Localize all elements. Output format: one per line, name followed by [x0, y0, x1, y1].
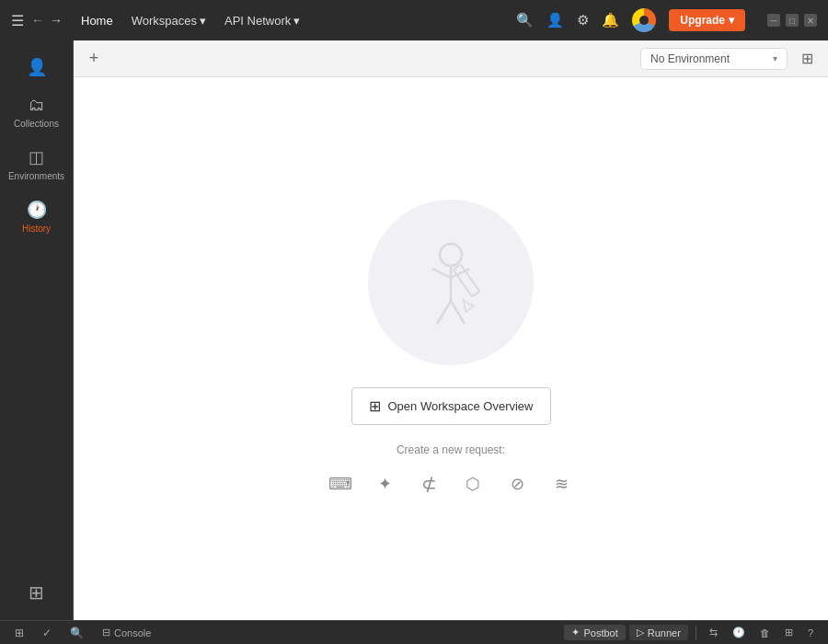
grid-view-button[interactable]: ⊞ — [793, 45, 821, 73]
status-grid[interactable]: ⊞ — [779, 625, 799, 640]
postman-logo-inner — [639, 16, 649, 25]
sidebar-item-add-workspace[interactable]: ⊞ — [0, 574, 73, 611]
status-search[interactable]: 🔍 — [64, 625, 89, 641]
workspace-button-icon: ⊞ — [369, 397, 381, 415]
close-button[interactable]: ✕ — [804, 14, 817, 27]
status-sync[interactable]: ⇆ — [704, 625, 723, 640]
minimize-button[interactable]: ─ — [767, 14, 780, 27]
status-history[interactable]: 🕐 — [727, 625, 751, 640]
menu-home[interactable]: Home — [74, 10, 121, 31]
sidebar-item-profile[interactable]: 👤 — [0, 50, 73, 85]
postbot-button[interactable]: ✦ Postbot — [564, 625, 625, 640]
plus-icon: + — [89, 49, 99, 68]
sidebar-top: 👤 🗂 Collections ◫ Environments 🕐 History — [0, 48, 73, 572]
workspace-illustration — [368, 200, 534, 365]
postbot-icon: ✦ — [571, 627, 580, 638]
sync-icon: ⇆ — [709, 627, 718, 638]
nav-arrows: ← → — [31, 13, 63, 28]
settings-icon[interactable]: ⚙ — [577, 12, 589, 29]
socketio-request-icon[interactable]: ⊘ — [502, 469, 532, 499]
content-area: ⊞ Open Workspace Overview Create a new r… — [74, 77, 828, 620]
environments-icon: ◫ — [29, 147, 44, 167]
workspaces-chevron-icon: ▾ — [200, 14, 206, 28]
check-status-icon: ✓ — [42, 627, 52, 639]
status-workspace[interactable]: ⊞ — [9, 625, 29, 641]
status-divider — [696, 626, 696, 640]
status-bar-right: ✦ Postbot ▷ Runner ⇆ 🕐 🗑 ⊞ ? — [564, 625, 819, 640]
bell-icon[interactable]: 🔔 — [602, 12, 619, 29]
illustration-svg — [405, 227, 497, 338]
websocket-request-icon[interactable]: ⬡ — [458, 469, 488, 499]
svg-line-2 — [432, 269, 451, 278]
env-chevron-icon: ▾ — [773, 53, 777, 63]
status-bar: ⊞ ✓ 🔍 ⊟ Console ✦ Postbot ▷ Runner ⇆ 🕐 🗑 — [0, 620, 828, 644]
search-status-icon: 🔍 — [70, 627, 84, 639]
grid-status-icon: ⊞ — [785, 627, 793, 638]
profile-icon: 👤 — [27, 57, 47, 77]
collections-icon: 🗂 — [29, 96, 45, 115]
menu-api-network[interactable]: API Network ▾ — [217, 10, 307, 31]
mqtt-request-icon[interactable]: ≋ — [546, 469, 576, 499]
sidebar-bottom: ⊞ — [0, 572, 73, 613]
search-icon[interactable]: 🔍 — [516, 12, 534, 29]
status-check[interactable]: ✓ — [37, 625, 57, 641]
request-icons: ⌨ ✦ ⊄ ⬡ ⊘ ≋ — [326, 469, 576, 499]
history-icon: 🕐 — [27, 200, 47, 220]
http-request-icon[interactable]: ⌨ — [326, 469, 355, 499]
svg-line-4 — [437, 301, 451, 324]
sidebar: 👤 🗂 Collections ◫ Environments 🕐 History… — [0, 40, 74, 620]
api-network-chevron-icon: ▾ — [293, 14, 300, 28]
grpc-request-icon[interactable]: ⊄ — [414, 469, 443, 499]
title-bar: ☰ ← → Home Workspaces ▾ API Network ▾ 🔍 … — [0, 0, 828, 40]
status-trash[interactable]: 🗑 — [754, 626, 776, 640]
postman-logo[interactable] — [632, 8, 656, 32]
open-workspace-button[interactable]: ⊞ Open Workspace Overview — [351, 387, 551, 425]
svg-point-0 — [440, 244, 462, 266]
help-icon: ? — [808, 627, 813, 638]
menu-workspaces[interactable]: Workspaces ▾ — [124, 10, 213, 31]
console-button[interactable]: ⊟ Console — [97, 625, 156, 640]
svg-line-5 — [451, 301, 465, 324]
upgrade-button[interactable]: Upgrade ▾ — [669, 9, 745, 31]
workspace-status-icon: ⊞ — [15, 627, 24, 639]
runner-icon: ▷ — [637, 627, 644, 638]
forward-arrow[interactable]: → — [50, 13, 63, 28]
grid-icon: ⊞ — [801, 50, 813, 67]
title-bar-menu: Home Workspaces ▾ API Network ▾ — [74, 10, 307, 31]
env-label: No Environment — [650, 52, 730, 65]
history-status-icon: 🕐 — [732, 627, 745, 638]
environment-selector[interactable]: No Environment ▾ — [640, 48, 788, 70]
console-icon: ⊟ — [102, 627, 110, 638]
sidebar-item-collections[interactable]: 🗂 Collections — [0, 88, 73, 136]
status-help[interactable]: ? — [802, 626, 819, 640]
svg-marker-7 — [459, 297, 473, 312]
sidebar-item-history[interactable]: 🕐 History — [0, 192, 73, 241]
title-bar-icons: 🔍 👤 ⚙ 🔔 Upgrade ▾ ─ □ ✕ — [516, 8, 817, 32]
create-request-label: Create a new request: — [397, 443, 505, 456]
main-layout: 👤 🗂 Collections ◫ Environments 🕐 History… — [0, 40, 828, 620]
back-arrow[interactable]: ← — [31, 13, 44, 28]
graphql-request-icon[interactable]: ✦ — [370, 469, 399, 499]
maximize-button[interactable]: □ — [786, 14, 799, 27]
win-controls: ─ □ ✕ — [767, 14, 817, 27]
title-bar-left: ☰ ← → Home Workspaces ▾ API Network ▾ — [11, 10, 307, 31]
status-bar-left: ⊞ ✓ 🔍 ⊟ Console — [9, 625, 156, 641]
runner-button[interactable]: ▷ Runner — [629, 625, 688, 640]
upgrade-chevron-icon: ▾ — [729, 14, 734, 27]
add-workspace-icon: ⊞ — [29, 581, 44, 604]
add-tab-button[interactable]: + — [81, 46, 107, 72]
tab-bar: + No Environment ▾ ⊞ — [74, 40, 828, 77]
hamburger-icon[interactable]: ☰ — [11, 12, 24, 29]
add-collaborator-icon[interactable]: 👤 — [546, 12, 564, 29]
sidebar-item-environments[interactable]: ◫ Environments — [0, 140, 73, 189]
trash-status-icon: 🗑 — [760, 627, 770, 638]
